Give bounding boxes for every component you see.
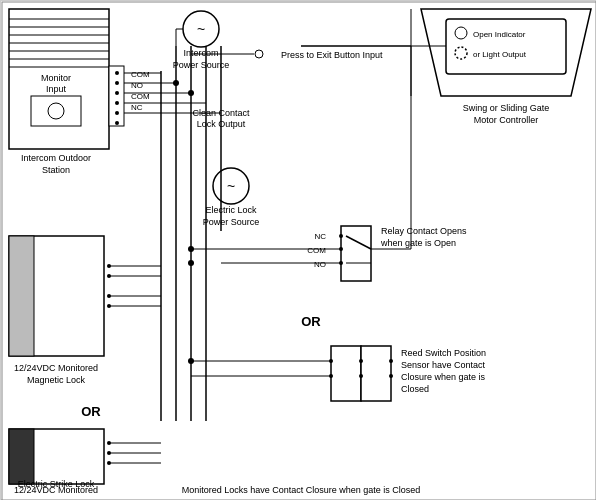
svg-text:Input: Input [46,84,67,94]
svg-point-19 [48,103,64,119]
svg-text:OR: OR [301,314,321,329]
svg-text:Reed Switch Position: Reed Switch Position [401,348,486,358]
svg-rect-52 [9,236,34,356]
svg-text:Magnetic Lock: Magnetic Lock [27,375,86,385]
svg-text:Closed: Closed [401,384,429,394]
svg-rect-65 [9,429,34,484]
svg-text:Closure when gate is: Closure when gate is [401,372,486,382]
svg-text:Electric Strike Lock: Electric Strike Lock [18,479,95,489]
svg-text:~: ~ [227,178,235,194]
svg-point-14 [115,111,119,115]
svg-point-104 [455,27,467,39]
svg-text:NC: NC [314,232,326,241]
svg-text:COM: COM [131,70,150,79]
svg-point-11 [115,81,119,85]
svg-text:Motor Controller: Motor Controller [474,115,539,125]
svg-point-95 [389,359,393,363]
svg-text:NO: NO [314,260,326,269]
svg-text:Relay Contact Opens: Relay Contact Opens [381,226,467,236]
svg-point-96 [389,374,393,378]
wiring-diagram: Monitor Input Intercom Outdoor Station C… [0,0,596,500]
svg-text:Open Indicator: Open Indicator [473,30,526,39]
svg-point-13 [115,101,119,105]
svg-text:Swing or Sliding Gate: Swing or Sliding Gate [463,103,550,113]
svg-point-116 [188,260,194,266]
svg-text:Intercom Outdoor: Intercom Outdoor [21,153,91,163]
svg-rect-89 [331,346,361,401]
svg-text:OR: OR [81,404,101,419]
svg-point-94 [359,374,363,378]
svg-text:Sensor have Contact: Sensor have Contact [401,360,486,370]
svg-text:Station: Station [42,165,70,175]
svg-point-118 [173,80,179,86]
svg-text:12/24VDC Monitored: 12/24VDC Monitored [14,363,98,373]
svg-rect-90 [361,346,391,401]
svg-point-115 [188,246,194,252]
svg-rect-75 [341,226,371,281]
svg-text:Monitored Locks have Contact C: Monitored Locks have Contact Closure whe… [182,485,421,495]
svg-point-93 [359,359,363,363]
svg-text:Electric Lock: Electric Lock [205,205,257,215]
svg-text:when gate is Open: when gate is Open [380,238,456,248]
svg-point-106 [455,47,467,59]
svg-rect-9 [109,66,124,126]
svg-text:~: ~ [197,21,205,37]
svg-point-79 [339,234,343,238]
svg-point-30 [255,50,263,58]
svg-point-119 [188,90,194,96]
svg-point-10 [115,71,119,75]
svg-text:NC: NC [131,103,143,112]
svg-point-117 [188,358,194,364]
svg-point-12 [115,91,119,95]
svg-text:Intercom: Intercom [183,48,218,58]
svg-point-15 [115,121,119,125]
svg-text:COM: COM [307,246,326,255]
svg-text:Press to Exit Button Input: Press to Exit Button Input [281,50,383,60]
svg-text:NO: NO [131,81,143,90]
svg-text:Power Source: Power Source [203,217,260,227]
svg-text:Monitor: Monitor [41,73,71,83]
svg-text:or Light Output: or Light Output [473,50,527,59]
